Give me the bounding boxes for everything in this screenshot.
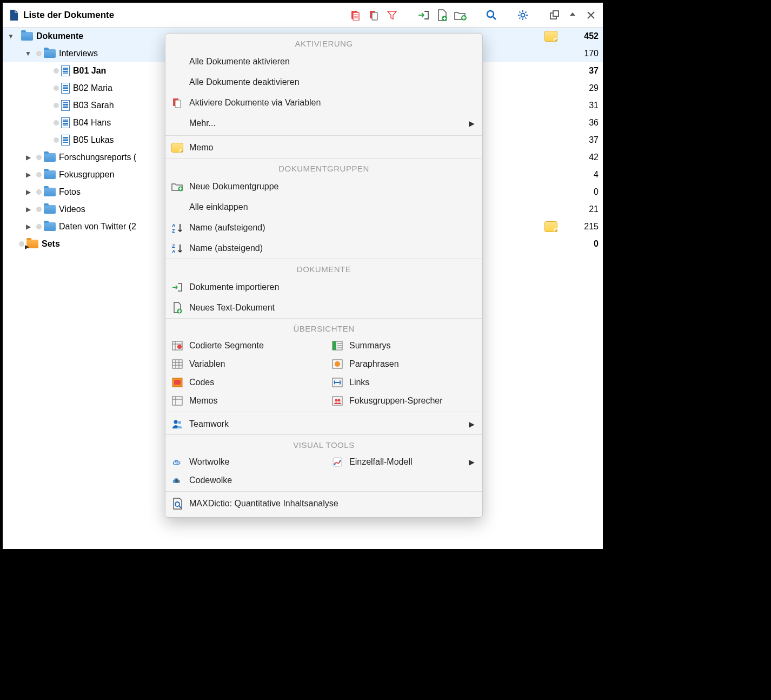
activation-dot-icon[interactable] xyxy=(19,241,24,247)
menu-activate-all[interactable]: Alle Dokumente aktivieren xyxy=(165,51,482,72)
svg-point-6 xyxy=(487,11,494,17)
svg-rect-21 xyxy=(333,341,336,350)
activation-dot-icon[interactable] xyxy=(54,103,59,108)
filter-toolbar-icon[interactable] xyxy=(386,9,398,22)
expand-arrow-icon[interactable]: ▶ xyxy=(23,154,33,161)
svg-text:Z: Z xyxy=(172,228,175,233)
expand-arrow-icon[interactable]: ▶ xyxy=(23,206,33,213)
activation-dot-icon[interactable] xyxy=(36,51,42,56)
collapse-window-icon[interactable] xyxy=(566,9,579,22)
menu-new-text-document[interactable]: Neues Text-Dokument xyxy=(165,298,482,318)
activation-dot-icon[interactable] xyxy=(36,172,42,177)
memos-icon xyxy=(171,396,184,406)
menu-wordcloud[interactable]: ABC Wortwolke xyxy=(165,453,322,471)
header-bar: Liste der Dokumente xyxy=(3,3,603,28)
new-group-toolbar-icon[interactable] xyxy=(454,9,467,22)
menu-variables[interactable]: Variablen xyxy=(165,355,322,373)
expand-arrow-icon[interactable]: ▼ xyxy=(6,32,16,40)
activation-dot-icon[interactable] xyxy=(54,85,59,91)
menu-single-case-model[interactable]: Einzelfall-Modell ▶ xyxy=(325,453,482,471)
coded-segments-icon xyxy=(171,341,184,351)
menu-codes[interactable]: Codes xyxy=(165,373,322,392)
teamwork-icon xyxy=(171,419,184,430)
menu-section-uebersichten: ÜBERSICHTEN xyxy=(165,318,482,336)
undock-window-icon[interactable] xyxy=(548,9,561,22)
settings-gear-icon[interactable] xyxy=(516,9,529,22)
tree-item-count: 37 xyxy=(561,135,599,145)
menu-sort-desc[interactable]: ZA Name (absteigend) xyxy=(165,238,482,259)
activation-dot-icon[interactable] xyxy=(36,224,42,229)
tree-item-count: 170 xyxy=(561,49,599,58)
new-document-toolbar-icon[interactable] xyxy=(435,9,448,22)
tree-item-count: 37 xyxy=(561,66,599,76)
summary-icon xyxy=(331,341,344,351)
folder-icon xyxy=(44,170,56,179)
activation-dot-icon[interactable] xyxy=(54,68,59,74)
svg-point-37 xyxy=(334,464,336,465)
memo-icon[interactable] xyxy=(544,221,557,232)
svg-point-31 xyxy=(338,399,341,402)
document-icon xyxy=(61,83,70,94)
tree-item-count: 29 xyxy=(561,83,599,93)
activation-dot-icon[interactable] xyxy=(36,155,42,160)
menu-focusgroup-speakers[interactable]: Fokusgruppen-Sprecher xyxy=(325,392,482,410)
expand-arrow-icon[interactable]: ▼ xyxy=(23,50,33,57)
svg-rect-22 xyxy=(172,360,182,368)
speakers-icon xyxy=(331,396,344,406)
svg-point-32 xyxy=(174,420,178,424)
tree-item-count: 4 xyxy=(561,170,599,180)
import-toolbar-icon[interactable] xyxy=(417,9,430,22)
expand-arrow-icon[interactable]: ▶ xyxy=(23,223,33,230)
tree-item-count: 42 xyxy=(561,153,599,162)
codes-icon xyxy=(171,378,184,387)
sets-folder-icon xyxy=(26,240,38,248)
memo-icon[interactable] xyxy=(544,31,557,42)
menu-collapse-all[interactable]: Alle einklappen xyxy=(165,197,482,217)
menu-more[interactable]: Mehr...▶ xyxy=(165,113,482,134)
menu-import-documents[interactable]: Dokumente importieren xyxy=(165,277,482,298)
menu-deactivate-all[interactable]: Alle Dokumente deaktivieren xyxy=(165,72,482,93)
menu-maxdictio[interactable]: MAXDictio: Quantitative Inhaltsanalyse xyxy=(165,493,482,514)
svg-rect-11 xyxy=(175,100,181,108)
import-icon xyxy=(171,282,184,292)
activate-all-toolbar-icon[interactable] xyxy=(349,9,362,22)
context-menu: AKTIVIERUNG Alle Dokumente aktivieren Al… xyxy=(165,33,483,518)
tree-item-count: 0 xyxy=(561,187,599,197)
menu-memo[interactable]: Memo xyxy=(165,137,482,158)
model-icon xyxy=(331,457,344,467)
activation-dot-icon[interactable] xyxy=(36,189,42,195)
activation-dot-icon[interactable] xyxy=(54,120,59,126)
menu-summarys[interactable]: Summarys xyxy=(325,336,482,355)
sort-desc-icon: ZA xyxy=(171,243,184,254)
menu-memos-overview[interactable]: Memos xyxy=(165,392,322,410)
folder-icon xyxy=(44,205,56,214)
activate-variable-toolbar-icon[interactable] xyxy=(367,9,380,22)
activation-dot-icon[interactable] xyxy=(54,137,59,143)
menu-sort-asc[interactable]: AZ Name (aufsteigend) xyxy=(165,217,482,238)
activation-dot-icon[interactable] xyxy=(36,207,42,212)
menu-section-dokumente: DOKUMENTE xyxy=(165,259,482,277)
svg-point-30 xyxy=(335,399,338,402)
menu-links[interactable]: Links xyxy=(325,373,482,392)
close-window-icon[interactable] xyxy=(584,9,597,22)
app-doc-icon xyxy=(8,9,19,21)
svg-point-7 xyxy=(521,13,525,17)
menu-new-group[interactable]: Neue Dokumentgruppe xyxy=(165,176,482,197)
window-title: Liste der Dokumente xyxy=(23,10,114,21)
expand-arrow-icon[interactable]: ▶ xyxy=(23,171,33,179)
svg-point-24 xyxy=(335,361,340,367)
svg-point-33 xyxy=(178,421,181,424)
sort-asc-icon: AZ xyxy=(171,222,184,233)
tree-item-count: 31 xyxy=(561,101,599,110)
menu-paraphrases[interactable]: Paraphrasen xyxy=(325,355,482,373)
menu-coded-segments[interactable]: Codierte Segmente xyxy=(165,336,322,355)
document-icon xyxy=(61,100,70,111)
expand-arrow-icon[interactable]: ▶ xyxy=(23,188,33,196)
menu-codecloud[interactable]: Codewolke xyxy=(165,471,322,490)
svg-point-38 xyxy=(340,460,341,462)
folder-icon xyxy=(44,49,56,58)
search-toolbar-icon[interactable] xyxy=(485,9,498,22)
menu-teamwork[interactable]: Teamwork ▶ xyxy=(165,414,482,434)
menu-activate-via-variables[interactable]: Aktiviere Dokumente via Variablen xyxy=(165,93,482,113)
svg-rect-26 xyxy=(174,380,181,385)
